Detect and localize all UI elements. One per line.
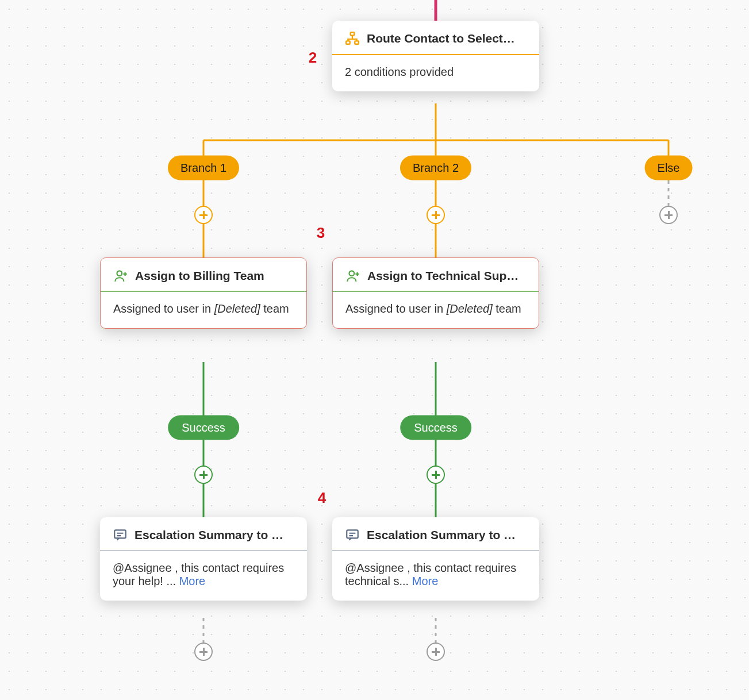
svg-point-14 [117, 271, 122, 276]
assign-technical-body: Assigned to user in [Deleted] team [333, 292, 539, 328]
assign-technical-node[interactable]: Assign to Technical Sup… Assigned to use… [332, 257, 539, 329]
svg-rect-16 [114, 530, 126, 538]
assign-billing-node[interactable]: Assign to Billing Team Assigned to user … [100, 257, 307, 329]
summary-title-2: Escalation Summary to … [367, 528, 527, 542]
escalation-summary-node-1[interactable]: Escalation Summary to … @Assignee , this… [100, 517, 307, 601]
hierarchy-icon [345, 31, 360, 46]
route-contact-node[interactable]: Route Contact to Select… 2 conditions pr… [332, 21, 539, 91]
success-pill-1[interactable]: Success [168, 416, 239, 440]
escalation-summary-node-2[interactable]: Escalation Summary to … @Assignee , this… [332, 517, 539, 601]
add-step-branch1-button[interactable] [194, 206, 213, 224]
workflow-canvas[interactable]: 2 3 4 Route Contact to Select… 2 conditi… [0, 0, 749, 700]
comment-icon [345, 528, 360, 543]
branch-pill-else[interactable]: Else [645, 156, 693, 180]
more-link[interactable]: More [179, 575, 206, 587]
step-number-3: 3 [317, 224, 325, 242]
route-node-body: 2 conditions provided [332, 55, 539, 91]
add-step-success2-button[interactable] [427, 466, 445, 484]
branch-pill-2[interactable]: Branch 2 [400, 156, 471, 180]
add-step-success1-button[interactable] [194, 466, 213, 484]
success-pill-2[interactable]: Success [400, 416, 471, 440]
step-number-4: 4 [318, 489, 326, 507]
add-step-branch2-button[interactable] [427, 206, 445, 224]
deleted-team-label: [Deleted] [214, 302, 260, 315]
assign-technical-title: Assign to Technical Sup… [367, 269, 526, 283]
svg-point-15 [349, 271, 355, 276]
add-step-after-summary1-button[interactable] [194, 643, 213, 661]
summary-body-1: @Assignee , this contact requires your h… [100, 551, 307, 601]
comment-icon [113, 528, 128, 543]
assign-billing-body: Assigned to user in [Deleted] team [101, 292, 306, 328]
assign-person-icon [113, 268, 128, 283]
add-step-after-summary2-button[interactable] [427, 643, 445, 661]
svg-rect-12 [346, 41, 350, 44]
assign-person-icon [345, 268, 360, 283]
route-node-title: Route Contact to Select… [367, 32, 527, 45]
branch-pill-1[interactable]: Branch 1 [168, 156, 239, 180]
deleted-team-label: [Deleted] [447, 302, 493, 315]
summary-body-2: @Assignee , this contact requires techni… [332, 551, 539, 601]
svg-rect-17 [347, 530, 358, 538]
add-step-else-button[interactable] [659, 206, 678, 224]
svg-rect-13 [355, 41, 359, 44]
svg-rect-11 [351, 32, 355, 35]
summary-title-1: Escalation Summary to … [135, 528, 294, 542]
assign-billing-title: Assign to Billing Team [135, 269, 294, 283]
more-link[interactable]: More [412, 575, 439, 587]
step-number-2: 2 [309, 49, 317, 67]
